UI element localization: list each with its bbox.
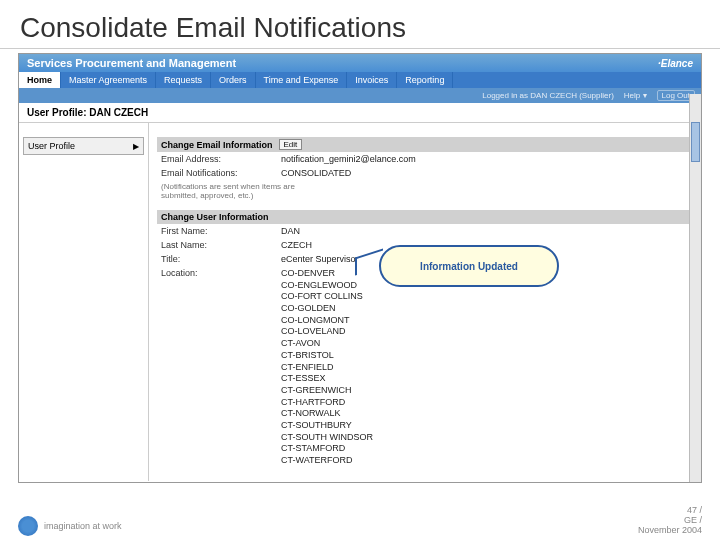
location-item: CT-HARTFORD bbox=[281, 397, 689, 409]
sidebar: User Profile ▶ bbox=[19, 123, 149, 481]
row-first-name: First Name: DAN bbox=[157, 224, 693, 238]
location-item: CT-GREENWICH bbox=[281, 385, 689, 397]
app-title: Services Procurement and Management bbox=[27, 57, 236, 69]
notifications-note: (Notifications are sent when items are s… bbox=[157, 180, 327, 210]
tab-orders[interactable]: Orders bbox=[211, 72, 256, 88]
location-item: CT-ESSEX bbox=[281, 373, 689, 385]
help-menu[interactable]: Help ▾ bbox=[624, 91, 647, 100]
sidebar-item-label: User Profile bbox=[28, 141, 75, 151]
tab-reporting[interactable]: Reporting bbox=[397, 72, 453, 88]
tab-time-expense[interactable]: Time and Expense bbox=[256, 72, 348, 88]
scrollbar-thumb[interactable] bbox=[691, 122, 700, 162]
location-item: CT-WATERFORD bbox=[281, 455, 689, 467]
notifications-value: CONSOLIDATED bbox=[281, 168, 689, 178]
location-item: CO-LOVELAND bbox=[281, 326, 689, 338]
section-change-user: Change User Information bbox=[157, 210, 693, 224]
email-label: Email Address: bbox=[161, 154, 281, 164]
chevron-right-icon: ▶ bbox=[133, 142, 139, 151]
status-bar: Logged in as DAN CZECH (Supplier) Help ▾… bbox=[19, 88, 701, 103]
row-location: Location: CO-DENVERCO-ENGLEWOODCO-FORT C… bbox=[157, 266, 693, 469]
slide-title: Consolidate Email Notifications bbox=[0, 0, 720, 49]
location-item: CT-AVON bbox=[281, 338, 689, 350]
body: User Profile ▶ Change Email Information … bbox=[19, 123, 701, 481]
section-title: Change User Information bbox=[161, 212, 269, 222]
tab-bar: Home Master Agreements Requests Orders T… bbox=[19, 72, 701, 88]
location-label: Location: bbox=[161, 268, 281, 278]
first-name-value: DAN bbox=[281, 226, 689, 236]
row-email: Email Address: notification_gemini2@elan… bbox=[157, 152, 693, 166]
main-panel: Change Email Information Edit Email Addr… bbox=[149, 123, 701, 481]
location-item: CT-ENFIELD bbox=[281, 362, 689, 374]
section-title: Change Email Information bbox=[161, 140, 273, 150]
tab-invoices[interactable]: Invoices bbox=[347, 72, 397, 88]
last-name-label: Last Name: bbox=[161, 240, 281, 250]
profile-header: User Profile: DAN CZECH bbox=[19, 103, 701, 123]
section-change-email: Change Email Information Edit bbox=[157, 137, 693, 152]
ge-branding: imagination at work bbox=[18, 516, 122, 536]
elance-brand: ·Elance bbox=[658, 58, 693, 69]
location-item: CO-GOLDEN bbox=[281, 303, 689, 315]
footer-date: November 2004 bbox=[638, 526, 702, 536]
info-updated-callout: Information Updated bbox=[379, 245, 559, 287]
title-label: Title: bbox=[161, 254, 281, 264]
row-notifications: Email Notifications: CONSOLIDATED bbox=[157, 166, 693, 180]
slide-footer: imagination at work 47 / GE / November 2… bbox=[18, 506, 702, 536]
edit-email-button[interactable]: Edit bbox=[279, 139, 303, 150]
location-item: CT-SOUTH WINDSOR bbox=[281, 432, 689, 444]
location-item: CO-LONGMONT bbox=[281, 315, 689, 327]
sidebar-item-user-profile[interactable]: User Profile ▶ bbox=[23, 137, 144, 155]
callout-text: Information Updated bbox=[420, 261, 518, 272]
location-item: CT-BRISTOL bbox=[281, 350, 689, 362]
logged-in-text: Logged in as DAN CZECH (Supplier) bbox=[482, 91, 614, 100]
footer-right: 47 / GE / November 2004 bbox=[638, 506, 702, 536]
ge-tagline: imagination at work bbox=[44, 521, 122, 531]
tab-master-agreements[interactable]: Master Agreements bbox=[61, 72, 156, 88]
location-item: CT-NORWALK bbox=[281, 408, 689, 420]
location-item: CO-FORT COLLINS bbox=[281, 291, 689, 303]
email-value: notification_gemini2@elance.com bbox=[281, 154, 689, 164]
app-header: Services Procurement and Management ·Ela… bbox=[19, 54, 701, 72]
app-window: Services Procurement and Management ·Ela… bbox=[18, 53, 702, 483]
notifications-label: Email Notifications: bbox=[161, 168, 281, 178]
scrollbar-vertical[interactable] bbox=[689, 94, 701, 482]
first-name-label: First Name: bbox=[161, 226, 281, 236]
tab-requests[interactable]: Requests bbox=[156, 72, 211, 88]
tab-home[interactable]: Home bbox=[19, 72, 61, 88]
ge-logo-icon bbox=[18, 516, 38, 536]
location-item: CT-STAMFORD bbox=[281, 443, 689, 455]
location-item: CT-SOUTHBURY bbox=[281, 420, 689, 432]
location-list: CO-DENVERCO-ENGLEWOODCO-FORT COLLINSCO-G… bbox=[281, 268, 689, 467]
